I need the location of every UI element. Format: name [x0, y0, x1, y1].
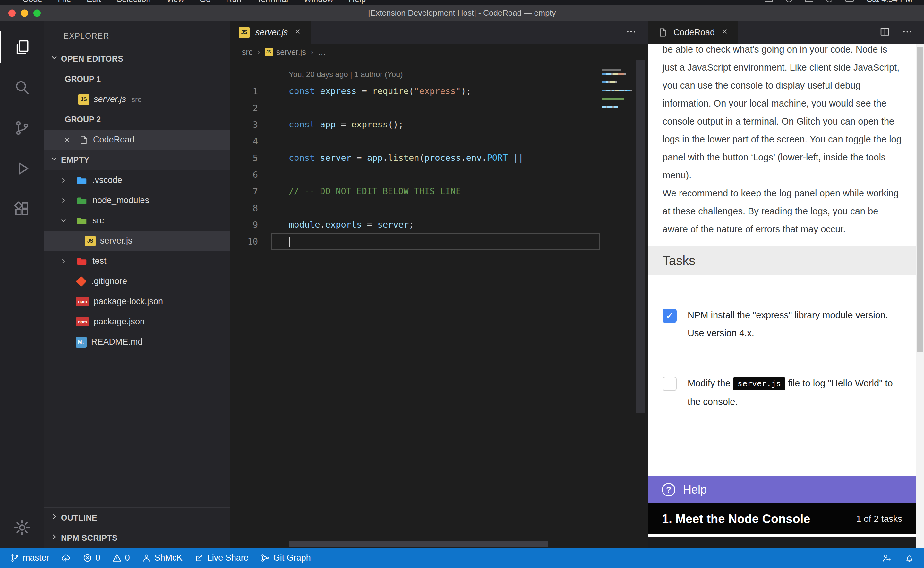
- minimap[interactable]: [602, 69, 632, 115]
- close-tab-icon[interactable]: [294, 27, 302, 38]
- activity-search[interactable]: [0, 67, 44, 108]
- help-accordion[interactable]: ? Help: [648, 476, 916, 503]
- menu-edit[interactable]: Edit: [87, 0, 101, 4]
- status-account-shmck[interactable]: ShMcK: [142, 553, 182, 563]
- menu-selection[interactable]: Selection: [116, 0, 151, 4]
- close-window-button[interactable]: [8, 9, 16, 17]
- open-editors-group-group-2: GROUP 2: [44, 109, 230, 130]
- activity-explorer[interactable]: [0, 27, 44, 67]
- tree-item-src[interactable]: src: [44, 210, 230, 231]
- tree-item-server-js[interactable]: JS server.js: [44, 231, 230, 251]
- task-text: Modify the server.js file to log "Hello …: [687, 374, 899, 411]
- menu-run[interactable]: Run: [226, 0, 241, 4]
- coderoad-webview: be able to check what's going on in your…: [648, 44, 916, 548]
- coderoad-panel: CodeRoad be able to check what's going o…: [648, 21, 924, 548]
- activity-extensions[interactable]: [0, 189, 44, 229]
- section-outline[interactable]: OUTLINE: [44, 508, 230, 527]
- status-live-share-contacts[interactable]: [882, 553, 892, 563]
- status-branch-master[interactable]: master: [10, 553, 50, 563]
- section-empty[interactable]: EMPTY: [44, 150, 230, 170]
- tree-item-node-modules[interactable]: node_modules: [44, 190, 230, 210]
- code-line-3: 3 const app = express();: [230, 116, 648, 133]
- menubar-items: CodeFileEditSelectionViewGoRunTerminalWi…: [23, 0, 366, 4]
- breadcrumb-separator-icon: ›: [257, 47, 260, 57]
- menu-view[interactable]: View: [166, 0, 184, 4]
- tree-item-readme-md[interactable]: M↓ README.md: [44, 332, 230, 352]
- status-live-share[interactable]: Live Share: [194, 553, 249, 563]
- menubar-clock: Sat 4:54 PM: [867, 0, 912, 4]
- activity-run-debug[interactable]: [0, 148, 44, 189]
- status-git-graph[interactable]: Git Graph: [260, 553, 311, 563]
- menubar-status-icon: [826, 0, 832, 2]
- section-label: EMPTY: [61, 155, 89, 165]
- zoom-window-button[interactable]: [33, 9, 41, 17]
- traffic-lights: [8, 9, 41, 17]
- breadcrumb-src[interactable]: src: [242, 47, 253, 57]
- menu-file[interactable]: File: [58, 0, 71, 4]
- activity-bar: [0, 21, 44, 548]
- line-number: 2: [230, 103, 271, 113]
- webview-scrollbar[interactable]: [916, 44, 924, 548]
- tree-item-gitignore[interactable]: .gitignore: [44, 271, 230, 292]
- file-name: README.md: [91, 337, 143, 347]
- scrollbar-thumb[interactable]: [289, 541, 548, 547]
- line-number: 3: [230, 120, 271, 130]
- lesson-progress: 1 of 2 tasks: [856, 514, 902, 524]
- scrollbar-thumb[interactable]: [917, 47, 923, 352]
- activity-settings[interactable]: [0, 508, 44, 548]
- tree-item-package-json[interactable]: npm package.json: [44, 311, 230, 332]
- section-open-editors[interactable]: OPEN EDITORS: [44, 49, 230, 69]
- chevron-right-icon: [59, 176, 76, 185]
- more-actions-icon[interactable]: [901, 26, 913, 39]
- chevron-right-icon: [59, 257, 76, 266]
- split-editor-icon[interactable]: [879, 26, 891, 39]
- minimize-window-button[interactable]: [21, 9, 28, 17]
- vscode-folder-icon: [76, 174, 88, 186]
- breadcrumb-server-js[interactable]: JSserver.js: [265, 47, 306, 57]
- help-label: Help: [683, 483, 707, 497]
- menu-help[interactable]: Help: [349, 0, 366, 4]
- menu-terminal[interactable]: Terminal: [257, 0, 288, 4]
- status-warnings[interactable]: 0: [112, 553, 130, 563]
- code-editor[interactable]: You, 20 days ago | 1 author (You) 1 cons…: [230, 60, 648, 548]
- code-line-7: 7 // -- DO NOT EDIT BELOW THIS LINE: [230, 183, 648, 199]
- tree-item-vscode[interactable]: .vscode: [44, 170, 230, 190]
- task-item-2: Modify the server.js file to log "Hello …: [663, 374, 901, 411]
- menubar-status-icon: [786, 0, 792, 2]
- line-number: 9: [230, 220, 271, 230]
- more-actions-icon[interactable]: [625, 26, 637, 39]
- open-editor-server-js[interactable]: JS server.js src: [44, 89, 230, 109]
- status-errors[interactable]: 0: [83, 553, 100, 563]
- node-modules-folder-icon: [76, 195, 88, 207]
- menu-window[interactable]: Window: [303, 0, 333, 4]
- chevron-down-icon: [50, 53, 59, 65]
- activity-source-control[interactable]: [0, 108, 44, 148]
- explorer-sidebar: EXPLORER OPEN EDITORSGROUP 1 JS server.j…: [44, 21, 230, 548]
- menubar-status-icon: [805, 0, 813, 2]
- status-notifications[interactable]: [904, 553, 914, 563]
- scrollbar-thumb[interactable]: [636, 60, 645, 413]
- tree-item-test[interactable]: test: [44, 251, 230, 271]
- menu-go[interactable]: Go: [200, 0, 211, 4]
- file-name: server.js: [100, 236, 133, 246]
- menu-code[interactable]: Code: [23, 0, 42, 4]
- close-tab-icon[interactable]: [721, 27, 729, 38]
- close-editor-icon[interactable]: [63, 136, 78, 144]
- tab-server-js[interactable]: JS server.js: [230, 21, 311, 44]
- task-checkbox[interactable]: ✓: [663, 309, 677, 323]
- test-folder-icon: [76, 255, 88, 267]
- breadcrumb-more[interactable]: …: [318, 47, 326, 57]
- line-number: 1: [230, 86, 271, 96]
- open-editor-coderoad[interactable]: CodeRoad: [44, 130, 230, 150]
- editor-vertical-scrollbar[interactable]: [633, 60, 648, 541]
- lesson-bar[interactable]: 1. Meet the Node Console 1 of 2 tasks: [648, 503, 916, 534]
- section-npm-scripts[interactable]: NPM SCRIPTS: [44, 527, 230, 548]
- status-publish-changes[interactable]: [61, 553, 71, 563]
- tree-item-package-lock-json[interactable]: npm package-lock.json: [44, 292, 230, 311]
- editor-horizontal-scrollbar[interactable]: [271, 541, 632, 547]
- status-bar: master00ShMcKLive ShareGit Graph: [0, 548, 924, 568]
- file-icon: [78, 135, 89, 145]
- task-checkbox[interactable]: [663, 377, 677, 391]
- tasks-header: Tasks: [648, 246, 916, 275]
- file-name: package.json: [94, 317, 145, 327]
